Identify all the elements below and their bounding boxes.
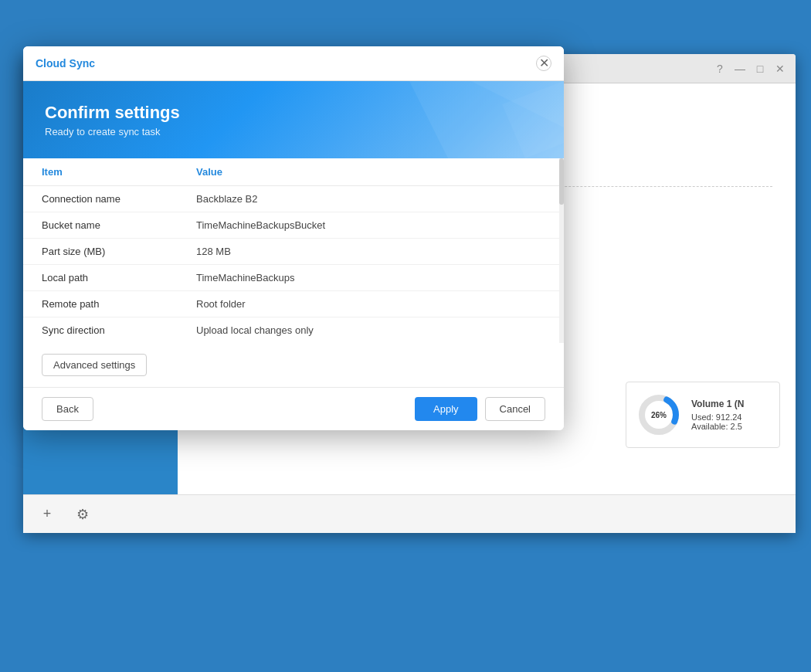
dialog-close-button[interactable]: ✕ [536,56,551,71]
col-value-header: Value [178,158,564,186]
table-cell-value: TimeMachineBackups [178,265,564,291]
footer-right-buttons: Apply Cancel [415,397,545,421]
table-row: Part size (MB)128 MB [23,239,564,265]
table-cell-item: Bucket name [23,212,178,239]
dialog-body: Item Value Connection nameBackblaze B2Bu… [23,158,564,387]
apply-button[interactable]: Apply [415,397,477,421]
cloud-sync-dialog: Cloud Sync ✕ Confirm settings Ready to c… [23,46,564,430]
back-button[interactable]: Back [42,397,93,421]
table-row: Local pathTimeMachineBackups [23,265,564,291]
advanced-settings-button[interactable]: Advanced settings [42,354,147,376]
table-cell-item: Local path [23,265,178,291]
dialog-banner-subtext: Ready to create sync task [45,126,542,137]
table-cell-item: Remote path [23,291,178,317]
settings-table: Item Value Connection nameBackblaze B2Bu… [23,158,564,343]
table-cell-value: Root folder [178,291,564,317]
scroll-thumb[interactable] [559,158,564,205]
dialog-titlebar: Cloud Sync ✕ [23,46,564,81]
table-row: Remote pathRoot folder [23,291,564,317]
table-cell-item: Connection name [23,186,178,212]
table-cell-value: TimeMachineBackupsBucket [178,212,564,239]
table-cell-item: Sync direction [23,317,178,344]
scroll-track [559,158,564,343]
table-cell-value: Upload local changes only [178,317,564,344]
dialog-title: Cloud Sync [36,57,95,70]
table-cell-item: Part size (MB) [23,239,178,265]
dialog-footer: Back Apply Cancel [23,387,564,430]
table-row: Bucket nameTimeMachineBackupsBucket [23,212,564,239]
table-cell-value: Backblaze B2 [178,186,564,212]
table-cell-value: 128 MB [178,239,564,265]
col-item-header: Item [23,158,178,186]
dialog-banner: Confirm settings Ready to create sync ta… [23,81,564,158]
table-row: Connection nameBackblaze B2 [23,186,564,212]
settings-table-wrapper: Item Value Connection nameBackblaze B2Bu… [23,158,564,343]
table-row: Sync directionUpload local changes only [23,317,564,344]
dialog-overlay: Cloud Sync ✕ Confirm settings Ready to c… [0,0,811,672]
cancel-button[interactable]: Cancel [485,397,545,421]
dialog-banner-heading: Confirm settings [45,103,542,123]
